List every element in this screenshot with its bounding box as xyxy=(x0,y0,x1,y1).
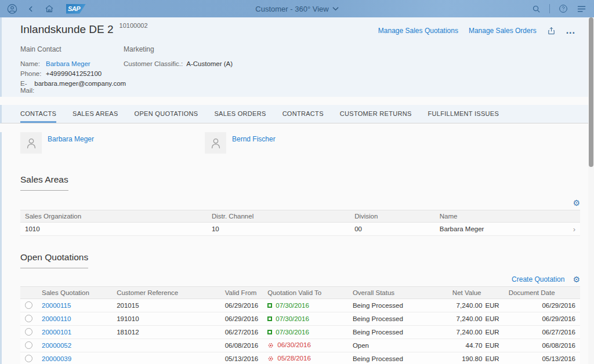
quotation-valid-to-cell: 07/30/2016 xyxy=(276,302,309,309)
row-radio-button[interactable] xyxy=(25,301,32,309)
contact-card[interactable]: Barbara Meger xyxy=(20,132,160,154)
row-radio-button[interactable] xyxy=(25,328,32,336)
net-value-cell: 7,240.00 xyxy=(457,315,483,322)
quotation-valid-to-cell: 07/30/2016 xyxy=(276,315,309,322)
overflow-icon[interactable]: ... xyxy=(566,26,575,36)
settings-gear-icon[interactable]: ⚙ xyxy=(573,275,580,283)
create-quotation-button[interactable]: Create Quotation xyxy=(512,275,564,283)
topbar-divider xyxy=(549,4,550,13)
table-row[interactable]: 20000110 191010 06/29/2016 07/30/2016 Be… xyxy=(20,312,580,326)
tab-contracts[interactable]: CONTRACTS xyxy=(282,105,324,123)
user-profile-icon[interactable] xyxy=(7,3,17,14)
home-icon[interactable] xyxy=(44,3,55,14)
col-sales-organization: Sales Organization xyxy=(20,210,207,223)
col-sales-quotation: Sales Quotation xyxy=(37,287,112,299)
currency-cell: EUR xyxy=(485,315,499,322)
name-label: Name: xyxy=(20,60,46,67)
quotation-valid-to-cell: 07/30/2016 xyxy=(276,329,309,336)
customer-reference-cell: 201015 xyxy=(112,299,220,312)
tab-sales-orders[interactable]: SALES ORDERS xyxy=(214,105,266,123)
net-value-cell: 7,240.00 xyxy=(457,329,483,336)
app-title-menu[interactable]: Customer - 360° View xyxy=(255,5,338,13)
valid-square-icon xyxy=(267,330,272,334)
sap-logo[interactable]: SAP xyxy=(66,4,86,14)
shell-title-area: Customer - 360° View xyxy=(0,5,594,13)
tab-open-quotations[interactable]: OPEN QUOTATIONS xyxy=(135,105,198,123)
contact-name-link[interactable]: Barbara Meger xyxy=(46,60,90,67)
table-row[interactable]: 20000115 201015 06/29/2016 07/30/2016 Be… xyxy=(20,299,580,312)
share-icon[interactable] xyxy=(547,26,556,35)
manage-sales-orders-link[interactable]: Manage Sales Orders xyxy=(469,27,537,35)
scrollbar-thumb[interactable] xyxy=(589,17,593,167)
document-date-cell: 06/27/2016 xyxy=(504,326,580,339)
shell-topbar: SAP Customer - 360° View xyxy=(0,0,594,17)
contact-link[interactable]: Bernd Fischer xyxy=(232,135,276,154)
open-quotations-title: Open Quotations xyxy=(20,252,580,268)
email-label: E-Mail: xyxy=(20,80,34,94)
sales-areas-title: Sales Areas xyxy=(20,174,580,191)
division-cell: 00 xyxy=(350,223,435,236)
phone-label: Phone: xyxy=(20,70,46,77)
tab-fulfillment-issues[interactable]: FULFILLMENT ISSUES xyxy=(428,105,499,123)
search-icon[interactable] xyxy=(531,3,541,14)
name-cell: Barbara Meger xyxy=(435,223,566,236)
valid-from-cell: 06/29/2016 xyxy=(220,312,263,326)
tab-bar: CONTACTS SALES AREAS OPEN QUOTATIONS SAL… xyxy=(0,105,594,123)
sales-quotation-link[interactable]: 20000110 xyxy=(42,315,71,322)
document-date-cell: 06/08/2016 xyxy=(504,339,580,352)
sales-quotation-link[interactable]: 20000052 xyxy=(42,342,71,349)
back-icon[interactable] xyxy=(26,3,36,14)
sales-areas-table: Sales Organization Distr. Channel Divisi… xyxy=(20,210,580,236)
open-quotations-toolbar: Create Quotation ⚙ xyxy=(20,274,580,284)
sales-quotation-link[interactable]: 20000101 xyxy=(42,329,71,336)
valid-from-cell: 06/08/2016 xyxy=(220,339,263,352)
sales-quotation-link[interactable]: 20000115 xyxy=(42,302,71,309)
net-value-cell: 190.80 xyxy=(462,355,482,362)
avatar-icon xyxy=(205,132,226,154)
vertical-scrollbar[interactable] xyxy=(588,17,594,364)
table-row[interactable]: 20000101 181012 06/27/2016 07/30/2016 Be… xyxy=(20,326,580,339)
distr-channel-cell: 10 xyxy=(207,223,350,236)
customer-id: 10100002 xyxy=(119,22,148,29)
table-header-row: Sales Quotation Customer Reference Valid… xyxy=(20,287,580,299)
tab-sales-areas[interactable]: SALES AREAS xyxy=(73,105,118,123)
overdue-alarm-icon xyxy=(267,355,274,362)
net-value-cell: 44.70 xyxy=(466,342,483,349)
table-row[interactable]: 20000052 06/08/2016 06/30/2016 Open 44.7… xyxy=(20,339,580,352)
sales-quotation-link[interactable]: 20000039 xyxy=(42,355,71,362)
overdue-alarm-icon xyxy=(267,342,274,348)
customer-reference-cell xyxy=(112,352,220,364)
row-radio-button[interactable] xyxy=(25,355,32,362)
table-row[interactable]: 1010 10 00 Barbara Meger › xyxy=(20,223,580,236)
currency-cell: EUR xyxy=(485,302,499,309)
object-header: Inlandskunde DE 2 10100002 Manage Sales … xyxy=(0,17,594,97)
chevron-down-icon xyxy=(332,6,339,11)
col-distr-channel: Distr. Channel xyxy=(207,210,350,223)
tab-contacts[interactable]: CONTACTS xyxy=(20,105,56,123)
overall-status-cell: Being Processed xyxy=(342,326,448,339)
settings-gear-icon[interactable]: ⚙ xyxy=(573,199,580,207)
currency-cell: EUR xyxy=(485,355,499,362)
help-icon[interactable] xyxy=(558,3,568,14)
manage-sales-quotations-link[interactable]: Manage Sales Quotations xyxy=(378,27,458,35)
row-chevron-icon[interactable]: › xyxy=(573,225,575,234)
phone-value: +49999041252100 xyxy=(46,70,102,77)
tab-customer-returns[interactable]: CUSTOMER RETURNS xyxy=(340,105,412,123)
marketing-group: Marketing Customer Classific.: A-Custome… xyxy=(124,45,233,97)
row-radio-button[interactable] xyxy=(25,315,32,322)
valid-from-cell: 06/27/2016 xyxy=(220,326,263,339)
menu-icon[interactable] xyxy=(577,3,587,14)
row-radio-button[interactable] xyxy=(25,341,32,349)
customer-reference-cell: 181012 xyxy=(112,326,220,339)
valid-from-cell: 05/13/2016 xyxy=(220,352,263,364)
table-row[interactable]: 20000039 05/13/2016 05/28/2016 Being Pro… xyxy=(20,352,580,364)
overall-status-cell: Being Processed xyxy=(342,352,448,364)
valid-square-icon xyxy=(267,316,272,321)
contact-link[interactable]: Barbara Meger xyxy=(48,135,94,154)
sales-areas-toolbar: ⚙ xyxy=(20,198,580,208)
contact-card[interactable]: Bernd Fischer xyxy=(205,132,344,154)
currency-cell: EUR xyxy=(485,329,499,336)
valid-from-cell: 06/29/2016 xyxy=(220,299,263,312)
document-date-cell: 06/29/2016 xyxy=(504,299,580,312)
col-quotation-valid-to: Quotation Valid To xyxy=(263,287,342,299)
